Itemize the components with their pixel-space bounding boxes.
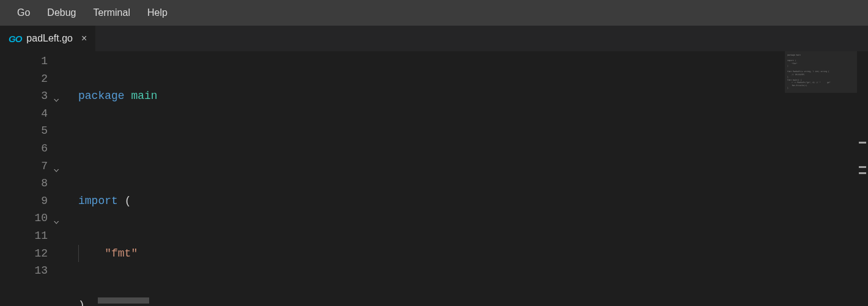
overview-mark bbox=[859, 172, 866, 174]
line-number: 6 bbox=[0, 140, 48, 158]
line-number: 3⌄ bbox=[0, 87, 48, 105]
menu-item-terminal[interactable]: Terminal bbox=[85, 4, 139, 22]
tab-bar: GO padLeft.go × bbox=[0, 26, 868, 51]
string-literal: "fmt" bbox=[105, 247, 138, 260]
overview-mark bbox=[859, 142, 866, 144]
punct: ( bbox=[125, 195, 131, 207]
close-icon[interactable]: × bbox=[81, 34, 87, 43]
tab-filename: padLeft.go bbox=[26, 33, 73, 44]
chevron-down-icon[interactable]: ⌄ bbox=[53, 90, 59, 107]
scrollbar-vertical[interactable] bbox=[857, 51, 868, 295]
line-number: 7⌄ bbox=[0, 158, 48, 175]
line-number: 1 bbox=[0, 53, 48, 70]
line-number: 11 bbox=[0, 227, 48, 245]
menu-item-go[interactable]: Go bbox=[9, 4, 39, 22]
line-number: 5 bbox=[0, 122, 48, 140]
chevron-down-icon[interactable]: ⌄ bbox=[53, 160, 59, 178]
line-number: 13 bbox=[0, 262, 48, 280]
line-number: 4 bbox=[0, 105, 48, 123]
tab-padleft-go[interactable]: GO padLeft.go × bbox=[0, 26, 96, 51]
editor[interactable]: 1 2 3⌄ 4 5 6 7⌄ 8 9 10⌄ 11 12 13 package… bbox=[0, 51, 868, 295]
code-area[interactable]: package main import ( "fmt" ) func PadLe… bbox=[61, 51, 868, 295]
line-number: 8 bbox=[0, 175, 48, 192]
minimap[interactable]: package main import ( "fmt" ) func PadLe… bbox=[785, 51, 857, 93]
overview-mark bbox=[859, 166, 866, 168]
go-file-icon: GO bbox=[9, 34, 21, 44]
menu-item-help[interactable]: Help bbox=[139, 4, 176, 22]
identifier: main bbox=[131, 90, 157, 102]
punct: ) bbox=[78, 299, 85, 306]
menubar: Go Debug Terminal Help bbox=[0, 0, 868, 26]
chevron-down-icon[interactable]: ⌄ bbox=[53, 212, 59, 230]
menu-item-debug[interactable]: Debug bbox=[39, 4, 84, 22]
line-number: 10⌄ bbox=[0, 209, 48, 227]
line-number-gutter: 1 2 3⌄ 4 5 6 7⌄ 8 9 10⌄ 11 12 13 bbox=[0, 51, 61, 295]
keyword: package bbox=[78, 90, 125, 102]
keyword: import bbox=[78, 195, 118, 207]
line-number: 2 bbox=[0, 70, 48, 88]
line-number: 9 bbox=[0, 192, 48, 210]
line-number: 12 bbox=[0, 245, 48, 263]
